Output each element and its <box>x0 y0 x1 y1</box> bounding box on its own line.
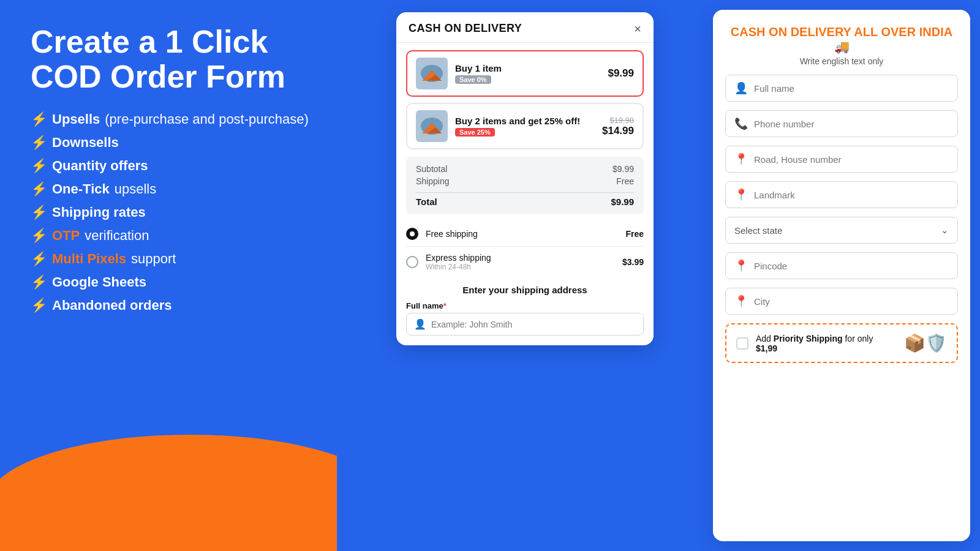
subtotal-value: $9.99 <box>612 164 634 174</box>
product-options: Buy 1 item Save 0% $9.99 <box>396 43 654 157</box>
shipping-label: Shipping <box>416 176 450 186</box>
feature-label: Abandoned orders <box>52 298 172 313</box>
bolt-icon: ⚡ <box>31 135 47 151</box>
shipping-value: Free <box>616 176 634 186</box>
shipping-free[interactable]: Free shipping Free <box>406 222 644 247</box>
priority-shipping-box[interactable]: Add Priority Shipping for only $1,99 📦🛡️ <box>725 323 958 363</box>
feature-label: Quantity offers <box>52 158 148 174</box>
bolt-icon: ⚡ <box>31 158 47 174</box>
pincode-field[interactable]: 📍 <box>725 252 958 279</box>
product-option-2[interactable]: Buy 2 items and get 25% off! Save 25% $1… <box>406 103 644 149</box>
city-input[interactable] <box>754 296 949 307</box>
location-icon: 📍 <box>734 259 748 272</box>
product-name-2: Buy 2 items and get 25% off! <box>455 116 595 126</box>
road-field[interactable]: 📍 <box>725 146 958 173</box>
person-icon: 👤 <box>734 81 748 95</box>
shipping-express-name: Express shipping <box>426 253 615 263</box>
location-icon: 📍 <box>734 294 748 308</box>
shipping-express-sub: Within 24-48h <box>426 263 615 271</box>
subtotal-row: Subtotal $9.99 <box>416 164 634 174</box>
product-option-1[interactable]: Buy 1 item Save 0% $9.99 <box>406 50 644 97</box>
state-select[interactable]: Select state ⌄ <box>725 217 958 244</box>
save-badge-1: Save 0% <box>455 75 491 84</box>
fullname-input[interactable] <box>754 83 949 94</box>
total-row: Total $9.99 <box>416 192 634 207</box>
product-name-1: Buy 1 item <box>455 63 600 73</box>
radio-express <box>406 256 418 268</box>
close-button[interactable]: × <box>634 23 641 35</box>
feature-onetick: ⚡ One-Tick upsells <box>31 181 312 197</box>
right-header: CASH ON DELIVERY ALL OVER INDIA 🚚 Write … <box>725 24 958 66</box>
feature-shipping: ⚡ Shipping rates <box>31 204 312 220</box>
location-icon: 📍 <box>734 152 748 166</box>
product-price-1: $9.99 <box>608 67 634 80</box>
total-value: $9.99 <box>611 197 634 207</box>
feature-sheets: ⚡ Google Sheets <box>31 274 312 290</box>
feature-sub: support <box>131 251 176 267</box>
middle-panel: CASH ON DELIVERY × Buy 1 item Save 0% <box>337 0 713 551</box>
product-price-2: $19.98 $14.99 <box>602 116 634 137</box>
right-title: CASH ON DELIVERY ALL OVER INDIA 🚚 <box>725 24 958 54</box>
shipping-express[interactable]: Express shipping Within 24-48h $3.99 <box>406 247 644 277</box>
priority-bold: Priority Shipping <box>774 334 843 343</box>
price-main-1: $9.99 <box>608 67 634 80</box>
bolt-icon: ⚡ <box>31 274 47 290</box>
feature-abandoned: ⚡ Abandoned orders <box>31 298 312 313</box>
main-title: Create a 1 Click COD Order Form <box>31 24 312 94</box>
fullname-field[interactable]: 👤 <box>725 75 958 102</box>
phone-icon: 📞 <box>734 117 748 130</box>
subtotal-label: Subtotal <box>416 164 447 174</box>
right-sub: Write english text only <box>725 56 958 66</box>
feature-label: Google Sheets <box>52 274 146 290</box>
state-placeholder: Select state <box>734 225 782 236</box>
fullname-input[interactable] <box>431 320 636 329</box>
chevron-down-icon: ⌄ <box>941 225 949 236</box>
bolt-icon: ⚡ <box>31 228 47 244</box>
shipping-row: Shipping Free <box>416 176 634 186</box>
cod-modal: CASH ON DELIVERY × Buy 1 item Save 0% <box>396 12 654 345</box>
phone-field[interactable]: 📞 <box>725 110 958 137</box>
pincode-input[interactable] <box>754 261 949 271</box>
right-panel: CASH ON DELIVERY ALL OVER INDIA 🚚 Write … <box>713 10 970 541</box>
price-main-2: $14.99 <box>602 125 634 137</box>
address-section: Enter your shipping address Full name* 👤 <box>396 277 654 335</box>
product-image-2 <box>416 110 448 142</box>
feature-sub: verification <box>85 228 149 244</box>
landmark-field[interactable]: 📍 <box>725 181 958 208</box>
feature-list: ⚡ Upsells (pre-purchase and post-purchas… <box>31 111 312 313</box>
product-info-2: Buy 2 items and get 25% off! Save 25% <box>455 116 595 137</box>
modal-header: CASH ON DELIVERY × <box>396 12 654 43</box>
feature-label: Downsells <box>52 135 119 151</box>
feature-label: One-Tick <box>52 181 110 197</box>
address-title: Enter your shipping address <box>406 285 644 295</box>
shipping-free-label: Free shipping <box>426 229 618 239</box>
feature-upsells: ⚡ Upsells (pre-purchase and post-purchas… <box>31 111 312 127</box>
bolt-icon: ⚡ <box>31 204 47 220</box>
fullname-label: Full name* <box>406 301 644 310</box>
feature-label: OTP <box>52 228 80 244</box>
modal-title: CASH ON DELIVERY <box>409 22 522 35</box>
left-panel: Create a 1 Click COD Order Form ⚡ Upsell… <box>0 0 337 551</box>
priority-text: Add Priority Shipping for only $1,99 <box>756 334 897 353</box>
product-info-1: Buy 1 item Save 0% <box>455 63 600 84</box>
priority-price: $1,99 <box>756 343 777 353</box>
feature-sub: upsells <box>115 181 156 197</box>
priority-checkbox[interactable] <box>736 337 748 350</box>
price-original-2: $19.98 <box>602 116 634 125</box>
person-icon: 👤 <box>414 318 426 330</box>
feature-downsells: ⚡ Downsells <box>31 135 312 151</box>
bolt-icon: ⚡ <box>31 181 47 197</box>
landmark-input[interactable] <box>754 190 949 200</box>
feature-quantity: ⚡ Quantity offers <box>31 158 312 174</box>
shipping-options: Free shipping Free Express shipping With… <box>396 214 654 277</box>
road-input[interactable] <box>754 154 949 165</box>
feature-label: Multi Pixels <box>52 251 126 267</box>
shipping-free-name: Free shipping <box>426 229 618 239</box>
shipping-free-price: Free <box>625 229 644 239</box>
phone-input[interactable] <box>754 119 949 129</box>
feature-sub: (pre-purchase and post-purchase) <box>105 111 309 127</box>
feature-pixels: ⚡ Multi Pixels support <box>31 251 312 267</box>
city-field[interactable]: 📍 <box>725 288 958 315</box>
fullname-input-row[interactable]: 👤 <box>406 313 644 335</box>
feature-label: Upsells <box>52 111 100 127</box>
